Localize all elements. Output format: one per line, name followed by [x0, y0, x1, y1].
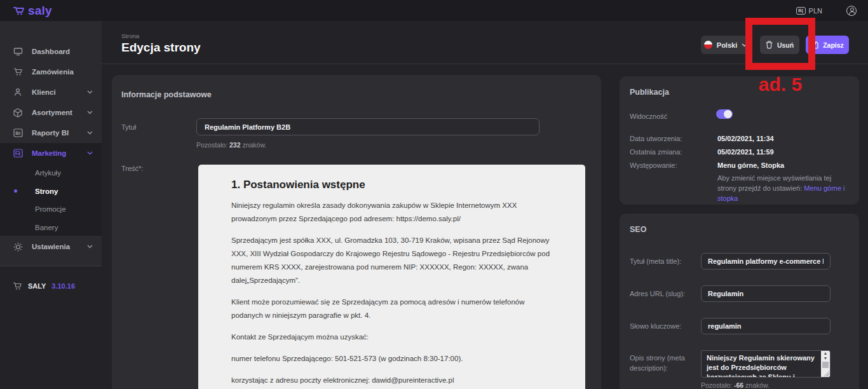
created-date-label: Data utworzenia:: [630, 135, 682, 142]
seo-title: SEO: [630, 225, 646, 234]
language-label: Polski: [717, 41, 737, 49]
sidebar-subitem-promotions[interactable]: Promocje: [0, 200, 102, 218]
sidebar-subitem-label: Banery: [35, 224, 58, 231]
visibility-label: Widoczność: [630, 113, 667, 120]
page-header: Strona Edycja strony Polski Usuń Zapisz: [102, 21, 868, 64]
content-editor[interactable]: 1. Postanowienia wstępne Niniejszy regul…: [198, 165, 585, 389]
sidebar-footer: SALY 3.10.16: [0, 266, 102, 389]
visibility-toggle[interactable]: [716, 109, 733, 119]
meta-description-field: Niniejszy Regulamin skierowany jest do P…: [701, 350, 831, 378]
occurrence-value: Menu górne, Stopka: [717, 161, 784, 169]
sidebar-item-label: Dashboard: [32, 48, 70, 55]
bi-report-icon: Bi: [13, 128, 23, 138]
editor-paragraph: Sprzedającym jest spółka XXX, ul. Gromad…: [231, 234, 557, 287]
poland-flag-icon: [704, 41, 712, 49]
occurrence-hint: Aby zmienić miejsce wyświetlania tej str…: [717, 173, 847, 203]
occurrence-label: Występowanie:: [630, 161, 677, 169]
scroll-down-icon[interactable]: ▼: [824, 356, 828, 361]
chevron-down-icon: [87, 131, 93, 135]
save-button[interactable]: Zapisz: [806, 36, 849, 54]
delete-label: Usuń: [777, 41, 794, 49]
description-remaining-counter: Pozostało: -66 znaków.: [701, 381, 770, 389]
currency-selector[interactable]: B| PLN: [796, 7, 822, 15]
svg-text:Bi: Bi: [15, 130, 20, 136]
last-change-value: 05/02/2021, 11:59: [717, 148, 774, 156]
keyword-label: Słowo kluczowe:: [630, 322, 681, 330]
editor-paragraph: numer telefonu Sprzedającego: 501-521-57…: [231, 352, 557, 365]
sidebar-subitem-label: Promocje: [35, 205, 66, 213]
editor-paragraph: Klient może porozumiewać się ze Sprzedaj…: [231, 296, 557, 322]
slug-label: Adres URL (slug):: [630, 290, 685, 297]
version-number: 3.10.16: [51, 282, 75, 290]
scroll-up-icon[interactable]: ▲: [824, 351, 828, 356]
chevron-down-icon: [87, 245, 93, 249]
gear-icon: [13, 242, 23, 252]
sidebar-item-label: Klienci: [32, 88, 56, 96]
section-title: Informacje podstawowe: [121, 90, 212, 99]
sidebar-item-label: Zamówienia: [32, 68, 74, 76]
slug-input[interactable]: [701, 285, 831, 302]
resize-grip-icon[interactable]: [824, 371, 829, 376]
logo-text: saly: [28, 4, 52, 18]
sidebar-item-dashboard[interactable]: Dashboard: [0, 41, 102, 62]
app-logo[interactable]: saly: [13, 4, 52, 18]
version-name: SALY: [28, 282, 46, 290]
sidebar-subitem-banners[interactable]: Banery: [0, 218, 102, 236]
meta-description-textarea[interactable]: Niniejszy Regulamin skierowany jest do P…: [702, 351, 820, 377]
editor-document: 1. Postanowienia wstępne Niniejszy regul…: [198, 165, 585, 389]
sidebar-subitem-articles[interactable]: Artykuły: [0, 163, 102, 182]
sidebar-subitem-label: Artykuły: [35, 169, 61, 177]
sidebar-subitem-pages[interactable]: Strony: [0, 182, 102, 200]
topbar: saly B| PLN: [0, 0, 868, 21]
marketing-icon: [13, 148, 23, 158]
publication-card: Publikacja Widoczność Data utworzenia: 0…: [620, 76, 859, 205]
editor-paragraph: Niniejszy regulamin określa zasady dokon…: [231, 199, 557, 226]
editor-heading-1: 1. Postanowienia wstępne: [231, 179, 557, 191]
currency-icon: B|: [796, 7, 806, 15]
title-field-label: Tytuł: [121, 123, 136, 131]
active-dot: [14, 189, 17, 193]
sidebar-item-label: Marketing: [32, 149, 66, 157]
sidebar-item-customers[interactable]: Klienci: [0, 82, 102, 102]
sidebar-item-assortment[interactable]: Asortyment: [0, 102, 102, 123]
title-input[interactable]: [196, 118, 539, 135]
breadcrumb: Strona: [121, 32, 139, 39]
sidebar-item-marketing[interactable]: Marketing: [0, 143, 102, 163]
chevron-down-icon: [87, 151, 93, 155]
sidebar-item-label: Asortyment: [32, 109, 72, 116]
sidebar-item-label: Raporty BI: [32, 129, 69, 137]
page-title: Edycja strony: [121, 41, 201, 55]
currency-label: PLN: [809, 7, 822, 15]
sidebar: Dashboard Zamówienia Klienci Asortyment …: [0, 21, 102, 389]
editor-paragraph: Kontakt ze Sprzedającym można uzyskać:: [231, 331, 557, 344]
trash-icon: [766, 41, 773, 49]
sidebar-item-orders[interactable]: Zamówienia: [0, 62, 102, 82]
cube-icon: [13, 107, 23, 118]
meta-title-input[interactable]: [701, 253, 831, 270]
account-icon[interactable]: [846, 6, 857, 16]
sidebar-subitem-label: Strony: [35, 188, 58, 195]
chevron-down-icon: [742, 43, 747, 47]
delete-button[interactable]: Usuń: [760, 36, 799, 54]
sidebar-item-settings[interactable]: Ustawienia: [0, 236, 102, 257]
last-change-label: Ostatnia zmiana:: [630, 148, 682, 156]
content-field-label: Treść*:: [121, 165, 143, 172]
sidebar-item-reports-bi[interactable]: Bi Raporty BI: [0, 123, 102, 143]
scrollbar-thumb[interactable]: [822, 362, 829, 368]
cart-icon: [13, 67, 23, 77]
publication-title: Publikacja: [630, 88, 669, 97]
cart-icon: [13, 282, 22, 290]
sidebar-item-label: Ustawienia: [32, 243, 70, 250]
chevron-down-icon: [87, 111, 93, 114]
created-date-value: 05/02/2021, 11:34: [717, 135, 774, 142]
monitor-icon: [13, 46, 23, 57]
app-version: SALY 3.10.16: [13, 282, 75, 290]
save-floppy-icon: [811, 41, 818, 49]
chevron-down-icon: [87, 90, 93, 94]
language-dropdown[interactable]: Polski: [701, 36, 750, 54]
seo-card: SEO Tytuł (meta title): Adres URL (slug)…: [620, 214, 859, 389]
cart-logo-icon: [13, 6, 25, 16]
title-remaining-counter: Pozostało: 232 znaków.: [196, 141, 266, 149]
keyword-input[interactable]: [701, 318, 831, 334]
meta-title-label: Tytuł (meta title):: [630, 257, 681, 265]
